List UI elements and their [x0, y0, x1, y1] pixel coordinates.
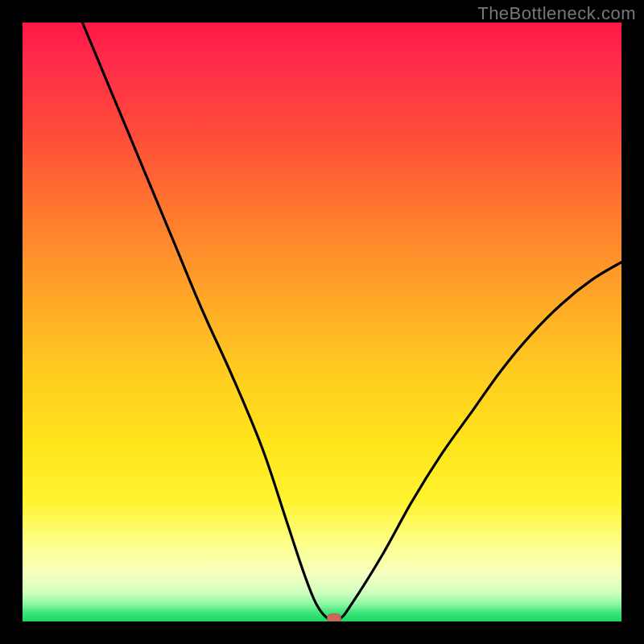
optimal-point-marker: [327, 613, 341, 621]
plot-area: [23, 23, 621, 621]
bottleneck-curve: [23, 23, 621, 621]
watermark-text: TheBottleneck.com: [477, 3, 636, 24]
chart-frame: TheBottleneck.com: [0, 0, 644, 644]
